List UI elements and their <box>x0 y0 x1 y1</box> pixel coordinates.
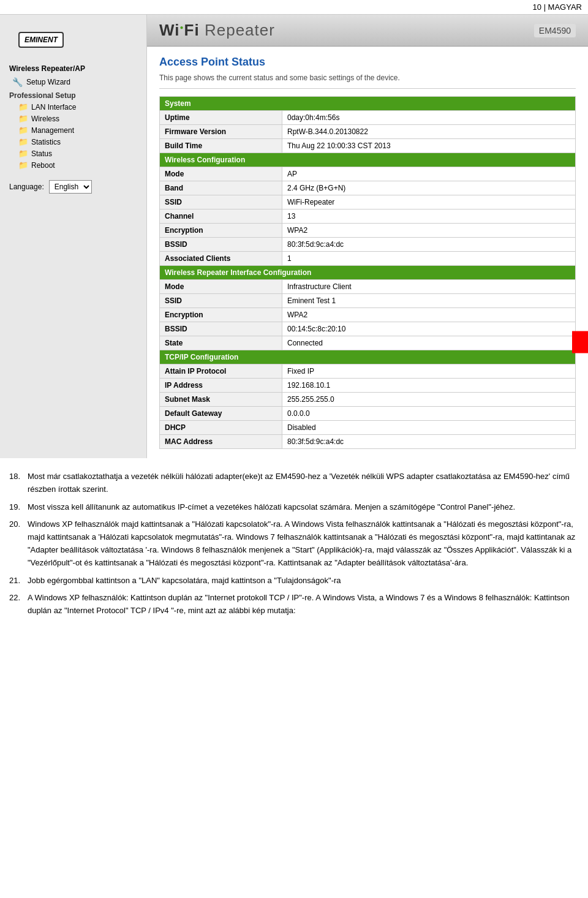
sidebar-item-lan[interactable]: 📁 LAN Interface <box>0 101 146 113</box>
sidebar-item-management[interactable]: 📁 Management <box>0 124 146 136</box>
list-item-18: 18. Most már csatlakoztathatja a vezeték… <box>9 470 579 496</box>
sidebar-section-wireless: Wireless Repeater/AP <box>0 62 146 75</box>
sidebar-item-setup-wizard[interactable]: 🔧 Setup Wizard <box>0 75 146 89</box>
bottom-text-section: 18. Most már csatlakoztathatja a vezeték… <box>0 458 588 635</box>
sidebar-professional-setup: Professional Setup <box>0 89 146 101</box>
sidebar-item-status[interactable]: 📁 Status <box>0 148 146 159</box>
content-body: Access Point Status This page shows the … <box>147 47 588 458</box>
table-row: Attain IP Protocol Fixed IP <box>160 364 576 379</box>
item-text-20: Windows XP felhasználók majd kattintsana… <box>28 518 579 569</box>
label-mac: MAC Address <box>160 435 282 449</box>
top-bar: 10 | MAGYAR <box>0 0 588 15</box>
value-band: 2.4 GHz (B+G+N) <box>282 181 576 195</box>
sidebar-wireless-label: Wireless <box>31 115 59 123</box>
main-layout: EMINENT Wireless Repeater/AP 🔧 Setup Wiz… <box>0 15 588 458</box>
value-ssid: WiFi-Repeater <box>282 195 576 209</box>
label-mode: Mode <box>160 167 282 181</box>
item-text-18: Most már csatlakoztathatja a vezeték nél… <box>28 470 579 496</box>
folder-icon-reboot: 📁 <box>18 160 28 170</box>
wifi-header: Wi●Fi Repeater EM4590 <box>147 15 588 47</box>
label-assoc-clients: Associated Clients <box>160 252 282 266</box>
item-text-21: Jobb egérgombbal kattintson a "LAN" kapc… <box>28 575 341 587</box>
value-channel: 13 <box>282 209 576 224</box>
value-gateway: 0.0.0.0 <box>282 407 576 421</box>
label-attain-ip: Attain IP Protocol <box>160 364 282 379</box>
wifi-logo: Wi●Fi Repeater <box>159 21 275 40</box>
folder-icon-management: 📁 <box>18 126 28 135</box>
setup-wizard-label: Setup Wizard <box>26 78 70 86</box>
label-dhcp: DHCP <box>160 421 282 435</box>
value-dhcp: Disabled <box>282 421 576 435</box>
table-row: SSID Eminent Test 1 <box>160 294 576 308</box>
label-rep-bssid: BSSID <box>160 322 282 336</box>
sidebar-item-reboot[interactable]: 📁 Reboot <box>0 159 146 171</box>
value-assoc-clients: 1 <box>282 252 576 266</box>
list-item-20: 20. Windows XP felhasználók majd kattint… <box>9 518 579 569</box>
table-row: Default Gateway 0.0.0.0 <box>160 407 576 421</box>
sidebar-status-label: Status <box>31 149 52 158</box>
item-num-18: 18. <box>9 470 28 496</box>
page-title: Access Point Status <box>159 56 576 69</box>
table-row: Uptime 0day:0h:4m:56s <box>160 111 576 125</box>
wifi-model: EM4590 <box>534 24 576 37</box>
label-rep-encryption: Encryption <box>160 308 282 322</box>
top-bar-text: 10 | MAGYAR <box>533 2 582 12</box>
page-description: This page shows the current status and s… <box>159 74 576 89</box>
folder-icon-statistics: 📁 <box>18 137 28 146</box>
value-ip-address: 192.168.10.1 <box>282 379 576 393</box>
item-text-19: Most vissza kell állítanunk az automatik… <box>28 501 515 514</box>
sidebar-item-statistics[interactable]: 📁 Statistics <box>0 136 146 148</box>
value-mac: 80:3f:5d:9c:a4:dc <box>282 435 576 449</box>
table-row: BSSID 80:3f:5d:9c:a4:dc <box>160 238 576 252</box>
value-firmware: RptW-B.344.0.20130822 <box>282 125 576 139</box>
table-row: MAC Address 80:3f:5d:9c:a4:dc <box>160 435 576 449</box>
folder-icon-wireless: 📁 <box>18 114 28 123</box>
table-row: Associated Clients 1 <box>160 252 576 266</box>
section-repeater-config: Wireless Repeater Interface Configuratio… <box>160 266 576 280</box>
item-text-22: A Windows XP felhasználók: Kattintson du… <box>28 592 579 617</box>
table-row: SSID WiFi-Repeater <box>160 195 576 209</box>
value-encryption: WPA2 <box>282 224 576 238</box>
sidebar-language: Language: English <box>0 171 146 197</box>
table-row: Build Time Thu Aug 22 10:00:33 CST 2013 <box>160 139 576 153</box>
value-mode: AP <box>282 167 576 181</box>
value-subnet: 255.255.255.0 <box>282 393 576 407</box>
sidebar: EMINENT Wireless Repeater/AP 🔧 Setup Wiz… <box>0 15 147 458</box>
content-area: Wi●Fi Repeater EM4590 Access Point Statu… <box>147 15 588 458</box>
sidebar-statistics-label: Statistics <box>31 138 61 146</box>
status-table: System Uptime 0day:0h:4m:56s Firmware Ve… <box>159 96 576 449</box>
table-row: Encryption WPA2 <box>160 308 576 322</box>
label-rep-state: State <box>160 336 282 350</box>
section-system: System <box>160 97 576 111</box>
table-row: Encryption WPA2 <box>160 224 576 238</box>
table-row: Band 2.4 GHz (B+G+N) <box>160 181 576 195</box>
value-rep-encryption: WPA2 <box>282 308 576 322</box>
value-uptime: 0day:0h:4m:56s <box>282 111 576 125</box>
label-ip-address: IP Address <box>160 379 282 393</box>
sidebar-lan-label: LAN Interface <box>31 103 76 111</box>
table-row: Channel 13 <box>160 209 576 224</box>
value-rep-ssid: Eminent Test 1 <box>282 294 576 308</box>
sidebar-item-wireless[interactable]: 📁 Wireless <box>0 113 146 124</box>
table-row: Subnet Mask 255.255.255.0 <box>160 393 576 407</box>
table-row: Mode Infrastructure Client <box>160 280 576 294</box>
table-row: IP Address 192.168.10.1 <box>160 379 576 393</box>
value-build-time: Thu Aug 22 10:00:33 CST 2013 <box>282 139 576 153</box>
item-num-21: 21. <box>9 575 28 587</box>
table-row: Mode AP <box>160 167 576 181</box>
value-rep-bssid: 00:14:5c:8c:20:10 <box>282 322 576 336</box>
value-rep-mode: Infrastructure Client <box>282 280 576 294</box>
table-row: Firmware Version RptW-B.344.0.20130822 <box>160 125 576 139</box>
language-select[interactable]: English <box>49 180 92 194</box>
label-encryption: Encryption <box>160 224 282 238</box>
label-gateway: Default Gateway <box>160 407 282 421</box>
table-row-state: State Connected <box>160 336 576 350</box>
section-system-header: System <box>160 97 576 111</box>
language-label: Language: <box>9 183 44 191</box>
folder-icon-lan: 📁 <box>18 102 28 111</box>
label-band: Band <box>160 181 282 195</box>
section-wireless-config: Wireless Configuration <box>160 153 576 167</box>
logo: EMINENT <box>18 32 64 48</box>
label-rep-mode: Mode <box>160 280 282 294</box>
value-bssid: 80:3f:5d:9c:a4:dc <box>282 238 576 252</box>
